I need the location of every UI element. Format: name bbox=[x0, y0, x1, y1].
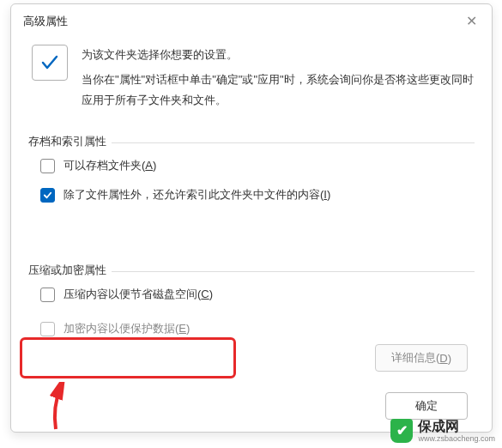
advanced-attributes-dialog: 高级属性 ✕ 为该文件夹选择你想要的设置。 当你在"属性"对话框中单击"确定"或… bbox=[10, 3, 493, 433]
compress-group-label: 压缩或加密属性 bbox=[28, 263, 112, 278]
encrypt-option-label: 加密内容以便保护数据(E) bbox=[64, 321, 190, 336]
ok-button[interactable]: 确定 bbox=[385, 392, 468, 420]
index-option-row[interactable]: 除了文件属性外，还允许索引此文件夹中文件的内容(I) bbox=[28, 180, 475, 209]
compress-option-row[interactable]: 压缩内容以便节省磁盘空间(C) bbox=[28, 280, 475, 309]
header-row: 为该文件夹选择你想要的设置。 当你在"属性"对话框中单击"确定"或"应用"时，系… bbox=[11, 36, 492, 120]
watermark-url: www.zsbaocheng.com bbox=[418, 434, 495, 443]
index-checkbox[interactable] bbox=[40, 188, 55, 203]
archive-group-label: 存档和索引属性 bbox=[28, 134, 112, 149]
details-button: 详细信息(D) bbox=[375, 344, 468, 372]
index-option-label: 除了文件属性外，还允许索引此文件夹中文件的内容(I) bbox=[64, 187, 330, 203]
watermark-brand: 保成网 bbox=[418, 419, 459, 433]
checkmark-icon bbox=[32, 45, 68, 81]
header-text: 为该文件夹选择你想要的设置。 当你在"属性"对话框中单击"确定"或"应用"时，系… bbox=[82, 45, 475, 112]
archive-group: 存档和索引属性 可以存档文件夹(A) 除了文件属性外，还允许索引此文件夹中文件的… bbox=[28, 136, 475, 247]
close-icon[interactable]: ✕ bbox=[463, 13, 480, 29]
shield-icon: ✔ bbox=[390, 419, 413, 443]
archive-option-row[interactable]: 可以存档文件夹(A) bbox=[28, 151, 475, 180]
titlebar: 高级属性 ✕ bbox=[11, 4, 492, 36]
compress-group: 压缩或加密属性 压缩内容以便节省磁盘空间(C) 加密内容以便保护数据(E) bbox=[28, 264, 475, 348]
dialog-title: 高级属性 bbox=[23, 14, 68, 29]
compress-checkbox[interactable] bbox=[40, 288, 55, 302]
header-line1: 为该文件夹选择你想要的设置。 bbox=[82, 45, 475, 66]
encrypt-option-row: 加密内容以便保护数据(E) bbox=[28, 309, 475, 348]
archive-option-label: 可以存档文件夹(A) bbox=[64, 158, 156, 173]
annotation-arrow-icon bbox=[45, 382, 80, 433]
watermark: ✔ 保成网 www.zsbaocheng.com bbox=[390, 418, 495, 443]
header-line2: 当你在"属性"对话框中单击"确定"或"应用"时，系统会询问你是否将这些更改同时应… bbox=[82, 70, 475, 112]
archive-checkbox[interactable] bbox=[40, 159, 55, 173]
compress-option-label: 压缩内容以便节省磁盘空间(C) bbox=[64, 287, 213, 302]
encrypt-checkbox bbox=[40, 322, 55, 336]
